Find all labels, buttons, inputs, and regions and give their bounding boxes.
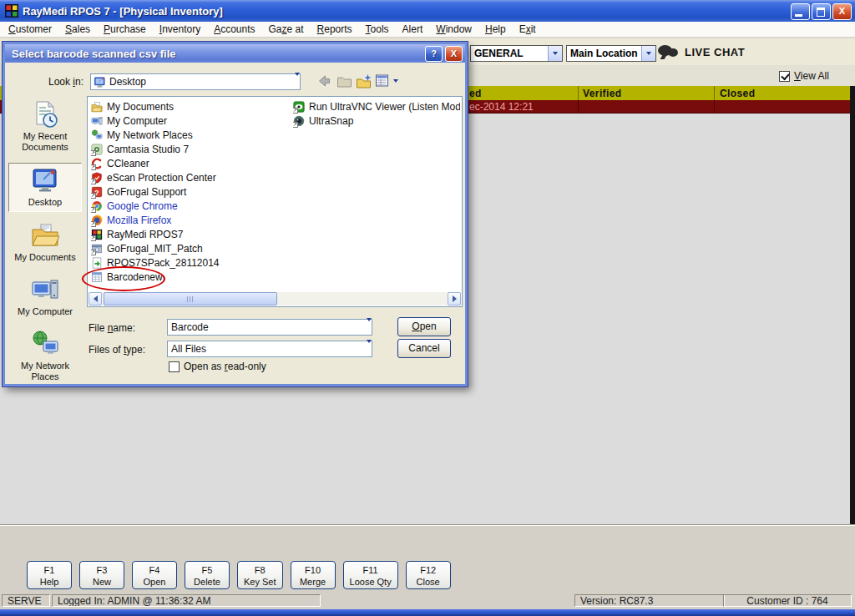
place-my-documents[interactable]: My Documents	[8, 219, 82, 266]
status-bar: SERVE Logged In: ADMIN @ 11:36:32 AM Ver…	[0, 593, 855, 609]
chevron-down-icon[interactable]	[367, 321, 372, 333]
view-all-checkbox[interactable]: View All	[779, 70, 829, 82]
escan-icon: ↗	[91, 172, 103, 184]
menu-item-alert[interactable]: Alert	[396, 22, 430, 37]
recent-documents-icon	[31, 100, 59, 129]
file-item-my-computer[interactable]: My Computer	[91, 114, 290, 128]
file-item-escan-protection-center[interactable]: ↗eScan Protection Center	[91, 170, 290, 184]
views-menu-arrow-icon[interactable]	[393, 79, 398, 83]
restore-button[interactable]	[812, 3, 831, 20]
file-item-gofrugal-mit-patch[interactable]: ↗GoFrugal_MIT_Patch	[91, 241, 290, 255]
place-my-recent-documents[interactable]: My Recent Documents	[8, 98, 82, 156]
file-item-camtasia-studio-7[interactable]: ↗Camtasia Studio 7	[91, 142, 290, 156]
fn-button-f12[interactable]: F12Close	[406, 561, 451, 589]
shortcut-arrow-icon: ↗	[91, 221, 96, 227]
grid-header-closed[interactable]: Closed	[715, 86, 850, 100]
fn-button-f11[interactable]: F11Loose Qty	[343, 561, 398, 589]
file-item-google-chrome[interactable]: ↗Google Chrome	[91, 199, 290, 213]
menu-item-customer[interactable]: Customer	[2, 22, 58, 37]
file-item-mozilla-firefox[interactable]: ↗Mozilla Firefox	[91, 213, 290, 227]
fn-button-f3[interactable]: F3New	[79, 561, 124, 589]
look-in-select[interactable]: Desktop	[90, 73, 301, 90]
file-item-gofrugal-support[interactable]: ?↗GoFrugal Support	[91, 184, 290, 199]
file-item-my-documents[interactable]: My Documents	[91, 99, 290, 114]
views-icon[interactable]	[374, 73, 392, 89]
location-select[interactable]: Main Location	[566, 45, 656, 62]
status-version: Version: RC87.3	[574, 594, 725, 607]
open-button[interactable]: Open	[397, 317, 451, 336]
function-key-bar: F1HelpF3NewF4OpenF5DeleteF8Key SetF10Mer…	[0, 558, 855, 593]
shortcut-arrow-icon: ↗	[91, 250, 96, 255]
horizontal-scrollbar[interactable]	[89, 292, 461, 305]
checkbox-unchecked-icon[interactable]	[169, 361, 180, 372]
menu-item-sales[interactable]: Sales	[58, 22, 97, 37]
csv-icon	[91, 271, 103, 283]
read-only-checkbox[interactable]: Open as read-only	[169, 361, 266, 372]
chevron-down-icon[interactable]	[548, 46, 562, 61]
look-in-label: Look in:	[7, 76, 83, 88]
scroll-left-arrow-icon[interactable]	[89, 292, 102, 305]
fn-button-f8[interactable]: F8Key Set	[237, 561, 283, 589]
file-item-raymedi-rpos7[interactable]: ↗RayMedi RPOS7	[91, 227, 290, 241]
dialog-close-button[interactable]: X	[445, 46, 463, 62]
chevron-down-icon[interactable]	[641, 46, 655, 61]
shortcut-arrow-icon: ↗	[91, 164, 96, 170]
menu-item-inventory[interactable]: Inventory	[153, 22, 207, 37]
menu-item-accounts[interactable]: Accounts	[207, 22, 261, 37]
shortcut-arrow-icon: ↗	[91, 235, 96, 241]
scroll-right-arrow-icon[interactable]	[448, 292, 461, 305]
menu-item-window[interactable]: Window	[429, 22, 478, 37]
menu-item-purchase[interactable]: Purchase	[97, 22, 153, 37]
desktop-icon	[94, 76, 106, 88]
back-arrow-icon[interactable]	[316, 73, 333, 89]
chevron-down-icon[interactable]	[295, 76, 300, 88]
fn-button-f10[interactable]: F10Merge	[291, 561, 336, 589]
gofrugal-support-icon: ?↗	[91, 186, 103, 198]
place-my-network-places[interactable]: My Network Places	[8, 327, 82, 386]
menu-item-gaze-at[interactable]: Gaze at	[262, 22, 311, 37]
menu-item-reports[interactable]: Reports	[311, 22, 359, 37]
new-folder-icon[interactable]	[355, 73, 372, 89]
file-item-rpos7spack-28112014[interactable]: RPOS7SPack_28112014	[91, 255, 290, 270]
menu-item-exit[interactable]: Exit	[513, 22, 543, 37]
live-chat-button[interactable]: LIVE CHAT	[658, 43, 745, 60]
checkbox-checked-icon[interactable]	[779, 71, 790, 82]
places-bar: My Recent DocumentsDesktopMy DocumentsMy…	[7, 96, 83, 386]
window-title: RayMedi RPOS 7 - [Physical Inventory]	[23, 5, 223, 18]
fn-button-f1[interactable]: F1Help	[27, 561, 72, 589]
shortcut-arrow-icon: ↗	[91, 207, 96, 213]
file-name-input[interactable]: Barcode	[167, 319, 372, 336]
menu-item-help[interactable]: Help	[478, 22, 513, 37]
lower-panel	[0, 524, 855, 558]
grid-header-verified[interactable]: Verified	[579, 86, 715, 100]
file-item-ccleaner[interactable]: ↗CCleaner	[91, 156, 290, 170]
chat-bubbles-icon	[658, 43, 680, 60]
firefox-icon: ↗	[91, 215, 103, 226]
scrollbar-thumb[interactable]	[104, 292, 277, 305]
minimize-button[interactable]	[791, 3, 810, 20]
menu-item-tools[interactable]: Tools	[359, 22, 396, 37]
place-my-computer[interactable]: My Computer	[8, 273, 82, 321]
ultravnc-icon: ↗	[293, 101, 305, 113]
fn-button-f4[interactable]: F4Open	[132, 561, 177, 589]
file-item-barcodenew[interactable]: Barcodenew	[91, 270, 290, 284]
my-computer-icon	[31, 275, 59, 304]
category-select[interactable]: GENERAL	[470, 45, 563, 62]
fn-button-f5[interactable]: F5Delete	[185, 561, 230, 589]
place-desktop[interactable]: Desktop	[8, 163, 82, 212]
dialog-body: Look in: Desktop My Recent DocumentsDesk…	[5, 63, 465, 384]
up-folder-icon[interactable]	[336, 73, 353, 89]
files-of-type-select[interactable]: All Files	[167, 341, 372, 357]
file-list[interactable]: My DocumentsMy ComputerMy Network Places…	[87, 96, 463, 307]
file-item-ultrasnap[interactable]: ↗UltraSnap	[293, 114, 460, 128]
chrome-icon: ↗	[91, 200, 103, 212]
chevron-down-icon[interactable]	[367, 343, 372, 355]
close-button[interactable]: X	[832, 3, 852, 20]
help-button[interactable]: ?	[425, 46, 443, 62]
camtasia-icon: ↗	[91, 144, 103, 155]
file-item-my-network-places[interactable]: My Network Places	[91, 128, 290, 142]
shortcut-arrow-icon: ↗	[293, 108, 298, 114]
cancel-button[interactable]: Cancel	[397, 339, 451, 358]
file-item-run-ultravnc-viewer-listen-mode-encr[interactable]: ↗Run UltraVNC Viewer (Listen Mode Encr	[293, 99, 460, 114]
ultrasnap-icon: ↗	[293, 115, 305, 127]
